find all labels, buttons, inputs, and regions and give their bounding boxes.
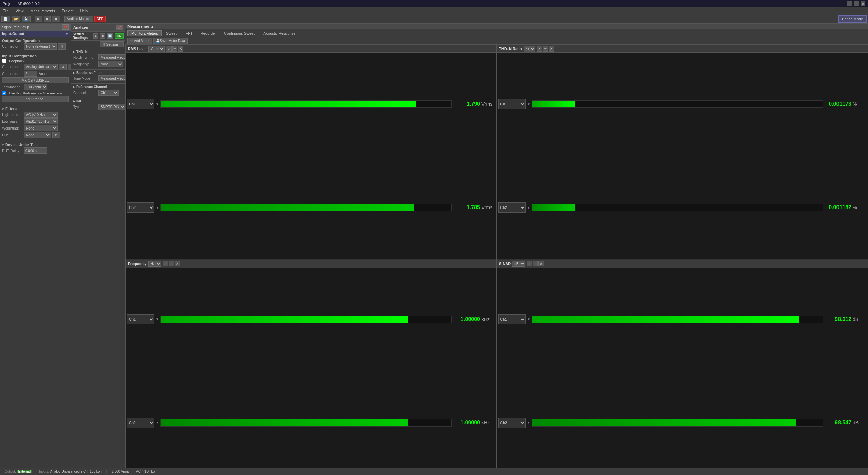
freq-expand-btn[interactable]: ↗ [163, 261, 168, 266]
settings-button[interactable]: ⚙ Settings... [100, 41, 124, 47]
connector-label: Connector: [2, 44, 22, 48]
tune-mode-select[interactable]: Measured Frequency [98, 75, 125, 81]
audible-monitor-button[interactable]: Audible Monitor [64, 16, 93, 22]
ref-channel-collapse[interactable]: ▸ [73, 85, 75, 89]
input-output-arrow: ▼ [65, 32, 69, 36]
freq-ch1-select[interactable]: Ch1 [127, 314, 154, 324]
high-pass-select[interactable]: AC (<10 Hz) [24, 112, 58, 118]
thd-ch2-select[interactable]: Ch2 [498, 202, 526, 213]
sinad-ch2-select[interactable]: Ch2 [498, 418, 526, 428]
freq-ch2-select[interactable]: Ch2 [127, 418, 154, 428]
bench-mode-button[interactable]: Bench Mode [838, 15, 867, 23]
sinad-ch1-select[interactable]: Ch1 [498, 314, 526, 324]
menu-project[interactable]: Project [60, 9, 75, 13]
thd-ch1-select[interactable]: Ch1 [498, 99, 526, 109]
status-inputs: Inputs: Analog Unbalanced 2 Ch, 100 kohm [37, 470, 107, 473]
frequency-header: Frequency Hz ↗ ─ ✕ [126, 260, 496, 268]
settled-readings-icon2[interactable]: ⏹ [100, 33, 105, 39]
imd-type-select[interactable]: SMPTE/DIN [98, 104, 125, 110]
analyzer-pin-button[interactable]: 📌 [116, 25, 123, 30]
tab-acoustic-response[interactable]: Acoustic Response [260, 30, 299, 36]
thd-weighting-select[interactable]: None [98, 61, 123, 67]
settled-readings-icon1[interactable]: ▶ [93, 33, 98, 39]
connector-select[interactable]: None (External) [24, 43, 57, 50]
freq-ch1-bar [161, 316, 408, 323]
channel-select[interactable]: Ch1 [98, 90, 119, 96]
menu-measurements[interactable]: Measurements [29, 9, 56, 13]
input-config-section: Input Configuration Loopback Connector: … [0, 52, 71, 104]
imd-collapse[interactable]: ▸ [73, 99, 75, 103]
rms-ch1-select[interactable]: Ch1 [127, 99, 154, 109]
sinad-close-btn[interactable]: ✕ [538, 261, 544, 266]
rms-ch2-select[interactable]: Ch2 [127, 202, 154, 213]
status-bar: Output: External Inputs: Analog Unbalanc… [0, 468, 868, 475]
menu-file[interactable]: File [1, 9, 10, 13]
channel-label: Channel: [73, 91, 97, 95]
channels-input[interactable] [24, 71, 37, 77]
high-perf-checkbox[interactable] [2, 91, 6, 95]
input-settings-btn[interactable]: ⚙ [59, 64, 67, 70]
play-button[interactable]: ▶ [35, 16, 42, 22]
filters-collapse[interactable]: ▸ [2, 106, 4, 111]
menu-help[interactable]: Help [79, 9, 89, 13]
freq-close-btn[interactable]: ✕ [175, 261, 180, 266]
save-meter-data-button[interactable]: 💾 Save Meter Data [153, 38, 188, 44]
thd-n-collapse[interactable]: ▸ [73, 50, 75, 54]
input-range-button[interactable]: Input Range... [2, 96, 69, 102]
stop-button[interactable]: ■ [44, 16, 51, 22]
bandpass-collapse[interactable]: ▸ [73, 71, 75, 75]
settled-readings-label: Settled Readings [73, 32, 92, 40]
rms-close-btn[interactable]: ✕ [178, 46, 183, 52]
minimize-button[interactable]: ─ [847, 1, 852, 6]
open-button[interactable]: 📂 [12, 16, 20, 22]
mic-cal-button[interactable]: Mic Cal / dBSPL... [2, 77, 69, 83]
rms-expand-btn[interactable]: ↗ [166, 46, 172, 52]
off-button[interactable]: OFF [94, 16, 106, 22]
thd-minus-btn[interactable]: ─ [543, 46, 548, 52]
input-extra-btn[interactable]: + [68, 64, 71, 70]
new-button[interactable]: 📄 [1, 16, 10, 22]
pin-button[interactable]: 📌 [62, 24, 69, 30]
right-area: Measurements Monitors/Meters Sweep FFT R… [125, 24, 868, 475]
thd-close-btn[interactable]: ✕ [549, 46, 554, 52]
sinad-expand-btn[interactable]: ↗ [527, 261, 532, 266]
tab-recorder[interactable]: Recorder [197, 30, 220, 36]
eq-settings-btn[interactable]: ⚙ [52, 132, 60, 138]
tab-sweep[interactable]: Sweep [162, 30, 181, 36]
eq-select[interactable]: None [24, 132, 51, 138]
loopback-checkbox[interactable] [2, 59, 6, 63]
sinad-minus-btn[interactable]: ─ [533, 261, 538, 266]
sinad-unit-select[interactable]: dB [512, 261, 525, 267]
rms-ch2-row: Ch2 ▼ 1.785 Vrms [126, 156, 496, 259]
notch-tuning-select[interactable]: Measured Frequency [98, 54, 125, 60]
input-connector-select[interactable]: Analog Unbalanced [24, 64, 58, 70]
tab-fft[interactable]: FFT [182, 30, 196, 36]
add-meter-button[interactable]: ➕ Add Meter [127, 38, 152, 44]
thd-unit-select[interactable]: % [524, 46, 535, 52]
freq-unit-select[interactable]: Hz [148, 261, 161, 267]
meters-grid: RMS Level Vrms ↗ ─ ✕ Ch1 [125, 45, 868, 475]
record-button[interactable]: ⏺ [52, 16, 60, 22]
rms-unit-select[interactable]: Vrms [148, 46, 165, 52]
tab-continuous-sweep[interactable]: Continuous Sweep [220, 30, 259, 36]
termination-select[interactable]: 100 kohm [24, 84, 47, 90]
weighting-select[interactable]: None [24, 125, 58, 131]
thd-expand-btn[interactable]: ↗ [537, 46, 542, 52]
tab-monitors-meters[interactable]: Monitors/Meters [127, 30, 162, 36]
connector-settings-btn[interactable]: ⚙ [58, 43, 66, 50]
dut-delay-input[interactable] [24, 147, 47, 154]
input-output-header[interactable]: Input/Output ▼ [0, 31, 71, 37]
freq-minus-btn[interactable]: ─ [169, 261, 174, 266]
on-button[interactable]: ON [115, 33, 124, 39]
maximize-button[interactable]: □ [854, 1, 859, 6]
settled-readings-icon3[interactable]: 🔄 [107, 33, 113, 39]
menu-view[interactable]: View [14, 9, 25, 13]
rms-minus-btn[interactable]: ─ [172, 46, 177, 52]
freq-ch1-value: 1.00000 [453, 316, 480, 322]
save-button[interactable]: 💾 [22, 16, 31, 22]
dut-collapse[interactable]: ▸ [2, 142, 4, 147]
low-pass-select[interactable]: AES17 (20 kHz) [24, 118, 58, 124]
measurements-header: Measurements [125, 24, 868, 29]
close-button[interactable]: ✕ [861, 1, 865, 6]
input-range-row: Input Range... [2, 96, 69, 102]
